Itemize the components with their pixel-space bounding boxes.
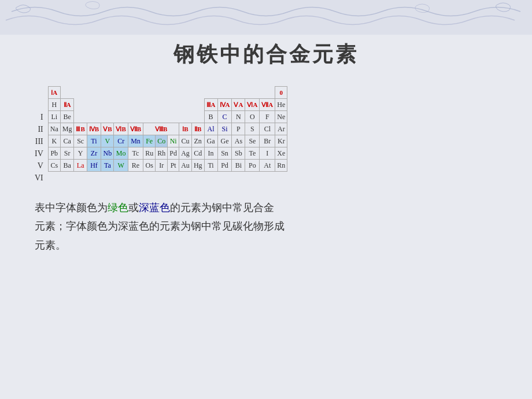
period-label-ia <box>35 99 46 111</box>
el-Kr: Kr <box>275 135 287 147</box>
period-label-i: I <box>35 111 46 123</box>
el-H: H <box>48 99 60 111</box>
el-Ti: Ti <box>87 135 101 147</box>
el-Xe: Xe <box>275 147 287 160</box>
el-Ni: Ni <box>168 135 179 147</box>
group-ia: ⅠA <box>48 87 60 99</box>
el-Sc: Sc <box>74 135 87 147</box>
el-Bi: Bi <box>232 160 245 172</box>
el-O: O <box>245 111 260 123</box>
el-Cl: Cl <box>260 123 275 135</box>
el-Zr: Zr <box>87 147 101 160</box>
group-via: ⅥA <box>245 99 260 111</box>
row-period-iii: Na Mg ⅢB ⅣB ⅤB ⅥB ⅦB ⅧB ⅠB ⅡB Al Si P S … <box>48 123 287 135</box>
group-iiib: ⅢB <box>74 123 87 135</box>
el-Se: Se <box>245 135 260 147</box>
el-I: I <box>260 147 275 160</box>
period-label-v: V <box>35 160 46 172</box>
el-Li: Li <box>48 111 60 123</box>
group-iva: ⅣA <box>217 99 232 111</box>
el-In: In <box>204 147 217 160</box>
el-Co: Co <box>156 135 168 147</box>
el-W: W <box>114 160 128 172</box>
desc-or: 或 <box>128 202 139 213</box>
table-area: I II III IV V VI ⅠA 0 H ⅡA ⅢA ⅣA ⅤA ⅥA Ⅶ… <box>35 86 497 184</box>
period-labels: I II III IV V VI <box>35 86 46 184</box>
desc-line3: 元素。 <box>35 236 439 254</box>
el-Pb: Pd <box>217 160 232 172</box>
el-Ba: Ba <box>60 160 74 172</box>
el-Te: Te <box>245 147 260 160</box>
el-Br: Br <box>260 135 275 147</box>
empty <box>74 111 204 123</box>
empty-cell <box>60 87 275 99</box>
group-0: 0 <box>275 87 287 99</box>
el-Na: Na <box>48 123 60 135</box>
el-Cd: Cd <box>191 147 204 160</box>
el-Sb: Sb <box>232 147 245 160</box>
el-Cr: Cr <box>114 135 128 147</box>
group-iia: ⅡA <box>60 99 74 111</box>
group-va: ⅤA <box>232 99 245 111</box>
row-period-ii: Li Be B C N O F Ne <box>48 111 287 123</box>
el-Nb: Nb <box>101 147 114 160</box>
el-Ne: Ne <box>275 111 287 123</box>
el-Cs: Cs <box>48 160 60 172</box>
el-Au: Au <box>179 160 192 172</box>
el-Ag: Ag <box>179 147 192 160</box>
el-S: S <box>245 123 260 135</box>
el-Rb: Pb <box>48 147 60 160</box>
page-title: 钢铁中的合金元素 <box>35 40 497 69</box>
header-row: ⅠA 0 <box>48 87 287 99</box>
period-label-iii: III <box>35 135 46 147</box>
el-N: N <box>232 111 245 123</box>
el-Si: Si <box>217 123 232 135</box>
el-Ca: Ca <box>60 135 74 147</box>
el-Pt: Pt <box>168 160 179 172</box>
el-Rh: Rh <box>156 147 168 160</box>
period-label-iv: IV <box>35 147 46 160</box>
desc-line1: 表中字体颜色为绿色或深蓝色的元素为钢中常见合金 <box>35 198 439 217</box>
group-viiib: ⅧB <box>143 123 179 135</box>
el-As: As <box>232 135 245 147</box>
el-Hf: Hf <box>87 160 101 172</box>
el-Sn: Sn <box>217 147 232 160</box>
el-F: F <box>260 111 275 123</box>
el-Tc: Tc <box>128 147 143 160</box>
el-Ta: Ta <box>101 160 114 172</box>
darkblue-label: 深蓝色 <box>139 202 170 213</box>
el-Ga: Ga <box>204 135 217 147</box>
periodic-table: ⅠA 0 H ⅡA ⅢA ⅣA ⅤA ⅥA ⅦA He Li Be B C <box>48 86 288 172</box>
description-text: 表中字体颜色为绿色或深蓝色的元素为钢中常见合金 元素；字体颜色为深蓝色的元素为钢… <box>35 198 439 254</box>
group-iiia: ⅢA <box>204 99 217 111</box>
el-Sr: Sr <box>60 147 74 160</box>
desc-line1-end: 的元素为钢中常见合金 <box>170 202 274 213</box>
green-label: 绿色 <box>108 202 128 213</box>
el-Al: Al <box>204 123 217 135</box>
el-C: C <box>217 111 232 123</box>
row-period-vi: Cs Ba La Hf Ta W Re Os Ir Pt Au Hg Ti Pd… <box>48 160 287 172</box>
el-Mo: Mo <box>114 147 128 160</box>
group-ivb: ⅣB <box>87 123 101 135</box>
el-B: B <box>204 111 217 123</box>
period-label-ii: II <box>35 123 46 135</box>
el-Pd: Pd <box>168 147 179 160</box>
el-Ge: Ge <box>217 135 232 147</box>
el-Re: Re <box>128 160 143 172</box>
el-Mn: Mn <box>128 135 143 147</box>
row-period-v: Pb Sr Y Zr Nb Mo Tc Ru Rh Pd Ag Cd In Sn… <box>48 147 287 160</box>
el-Tl: Ti <box>204 160 217 172</box>
el-Cu: Cu <box>179 135 192 147</box>
group-ib: ⅠB <box>179 123 192 135</box>
group-vib: ⅥB <box>114 123 128 135</box>
el-He: He <box>275 99 287 111</box>
el-Mg: Mg <box>60 123 74 135</box>
el-Ru: Ru <box>143 147 156 160</box>
el-P: P <box>232 123 245 135</box>
group-viib: ⅦB <box>128 123 143 135</box>
period-label-vi: VI <box>35 172 46 184</box>
el-Fe: Fe <box>143 135 156 147</box>
el-Rn: Rn <box>275 160 287 172</box>
el-La: La <box>74 160 87 172</box>
el-V: V <box>101 135 114 147</box>
